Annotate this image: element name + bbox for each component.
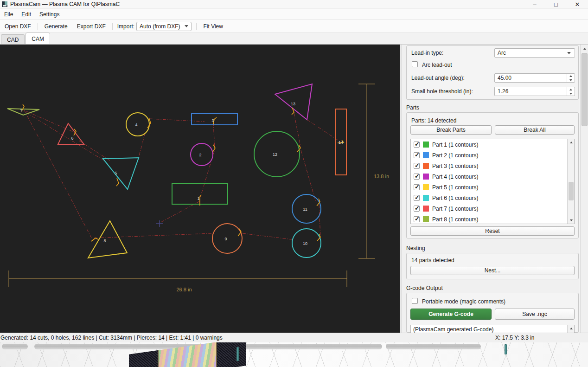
- part-shape-7[interactable]: [7, 109, 39, 115]
- chevron-down-icon: [185, 25, 188, 27]
- part-row[interactable]: Part 3 (1 contours): [411, 161, 574, 171]
- part-color-swatch: [423, 216, 429, 222]
- part-label: Part 7 (1 contours): [432, 206, 478, 212]
- part-row[interactable]: Part 4 (1 contours): [411, 171, 574, 182]
- tab-cam[interactable]: CAM: [26, 32, 50, 44]
- part-color-swatch: [423, 206, 429, 212]
- toolbar: Open DXF Generate Export DXF Import: Aut…: [0, 20, 588, 33]
- part-row[interactable]: Part 1 (1 contours): [411, 139, 574, 150]
- cut-order-label: 8: [103, 238, 106, 243]
- gcode-scrollbar[interactable]: [567, 325, 574, 333]
- small-hole-label: Small hole threshold (in):: [411, 88, 473, 95]
- part-row[interactable]: Part 2 (1 contours): [411, 150, 574, 161]
- part-row[interactable]: Part 5 (1 contours): [411, 182, 574, 193]
- save-ngc-button[interactable]: Save .ngc: [495, 309, 575, 320]
- part-color-swatch: [423, 142, 429, 148]
- small-hole-spinbox[interactable]: 1.26: [494, 87, 575, 96]
- scroll-down-icon[interactable]: [568, 217, 575, 224]
- generate-button[interactable]: Generate: [41, 21, 71, 32]
- nesting-section-label: Nesting: [406, 245, 425, 251]
- cut-order-label: 6: [71, 136, 73, 141]
- scroll-up-icon[interactable]: [568, 139, 575, 146]
- lead-in-mark: [91, 238, 98, 241]
- small-hole-value: 1.26: [498, 88, 508, 95]
- fit-view-button[interactable]: Fit View: [199, 21, 226, 32]
- background-toolbar-segment: [386, 344, 481, 349]
- part-checkbox[interactable]: [414, 216, 420, 222]
- parts-detected-label: Parts: 14 detected: [411, 117, 456, 124]
- cut-order-label: 9: [224, 237, 227, 241]
- part-row[interactable]: Part 8 (1 contours): [411, 214, 574, 224]
- import-mode-select[interactable]: Auto (from DXF): [136, 22, 192, 31]
- cut-order-label: 4: [135, 122, 137, 127]
- traverse-path: [24, 110, 92, 239]
- tab-cad[interactable]: CAD: [1, 34, 25, 44]
- portable-mode-label: Portable mode (magic comments): [422, 298, 505, 305]
- break-all-button[interactable]: Break All: [495, 125, 575, 135]
- conveyor-wall: [217, 342, 246, 367]
- break-parts-button[interactable]: Break Parts: [410, 125, 492, 135]
- gcode-preview-line: (PlasmaCam generated G-code): [413, 326, 493, 333]
- menu-bar: FileEditSettings: [0, 9, 588, 20]
- part-label: Part 3 (1 contours): [432, 163, 478, 169]
- minimize-button[interactable]: –: [524, 0, 545, 8]
- lead-in-mark: [116, 178, 119, 186]
- gcode-preview[interactable]: (PlasmaCam generated G-code): [410, 325, 575, 333]
- parts-list-scrollbar[interactable]: [567, 139, 574, 224]
- arc-lead-out-checkbox[interactable]: [412, 61, 418, 67]
- cut-order-label: 1: [197, 196, 199, 201]
- open-dxf-button[interactable]: Open DXF: [1, 21, 35, 32]
- status-bar: Generated: 14 cuts, 0 holes, 162 lines |…: [0, 333, 588, 342]
- close-button[interactable]: ✕: [567, 0, 588, 8]
- part-color-swatch: [423, 195, 429, 201]
- part-checkbox[interactable]: [414, 142, 420, 148]
- menu-edit[interactable]: Edit: [17, 10, 35, 19]
- menu-file[interactable]: File: [0, 10, 17, 19]
- part-color-swatch: [423, 163, 429, 169]
- reset-button[interactable]: Reset: [410, 226, 575, 236]
- scrollbar-thumb[interactable]: [569, 182, 574, 200]
- width-dimension-label: 26.8 in: [176, 287, 192, 292]
- scroll-up-icon[interactable]: [568, 325, 575, 332]
- part-color-swatch: [423, 184, 429, 190]
- traverse-path: [307, 120, 340, 142]
- generate-gcode-button[interactable]: Generate G-code: [410, 309, 492, 320]
- traverse-path: [319, 205, 320, 237]
- part-checkbox[interactable]: [414, 206, 420, 212]
- traverse-path: [294, 113, 300, 147]
- part-checkbox[interactable]: [414, 152, 420, 158]
- panel-scrollbar[interactable]: [580, 45, 588, 343]
- portable-mode-checkbox[interactable]: [412, 298, 418, 304]
- background-window: [0, 342, 588, 367]
- scroll-up-icon[interactable]: [581, 45, 588, 52]
- part-row[interactable]: Part 6 (1 contours): [411, 193, 574, 203]
- lead-out-angle-label: Lead-out angle (deg):: [411, 75, 465, 81]
- part-checkbox[interactable]: [414, 195, 420, 201]
- part-shape-5[interactable]: [103, 158, 139, 189]
- part-label: Part 2 (1 contours): [432, 152, 478, 159]
- cam-canvas[interactable]: 123456789101112131426.8 in13.8 in: [0, 45, 400, 333]
- part-shape-4[interactable]: [126, 113, 149, 136]
- part-shape-9[interactable]: [212, 224, 242, 253]
- import-mode-value: Auto (from DXF): [140, 23, 180, 30]
- status-summary: Generated: 14 cuts, 0 holes, 162 lines |…: [0, 335, 223, 341]
- height-dimension-label: 13.8 in: [374, 174, 389, 179]
- part-checkbox[interactable]: [414, 184, 420, 190]
- model-post: [505, 344, 507, 354]
- spinner-arrows[interactable]: [567, 87, 574, 96]
- menu-settings[interactable]: Settings: [35, 10, 64, 19]
- part-row[interactable]: Part 7 (1 contours): [411, 203, 574, 214]
- part-checkbox[interactable]: [414, 163, 420, 169]
- nest-button[interactable]: Nest...: [410, 266, 575, 275]
- lead-out-angle-value: 45.00: [498, 75, 511, 81]
- part-shape-2[interactable]: [191, 143, 213, 166]
- maximize-button[interactable]: □: [545, 0, 567, 8]
- scrollbar-thumb[interactable]: [582, 53, 588, 126]
- cut-order-label: 12: [273, 152, 277, 157]
- export-dxf-button[interactable]: Export DXF: [73, 21, 109, 32]
- cut-order-label: 13: [291, 102, 295, 106]
- lead-out-angle-spinbox[interactable]: 45.00: [494, 73, 575, 83]
- part-checkbox[interactable]: [414, 174, 420, 180]
- spinner-arrows[interactable]: [567, 74, 574, 82]
- lead-in-type-select[interactable]: Arc: [494, 48, 575, 58]
